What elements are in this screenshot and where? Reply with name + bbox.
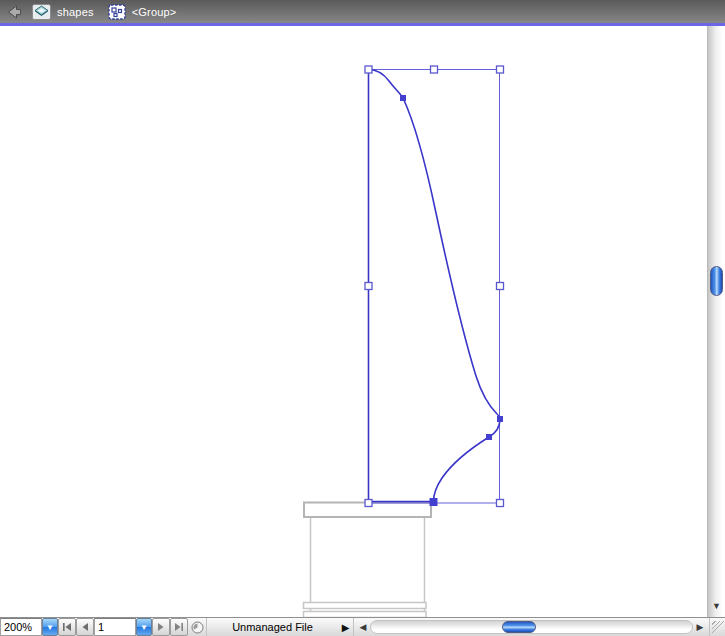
selection-bounding-box (369, 70, 500, 504)
first-page-button[interactable] (58, 618, 76, 636)
previous-page-icon (80, 622, 90, 632)
pedestal-artwork (304, 503, 432, 618)
next-page-button[interactable] (152, 618, 170, 636)
horizontal-scrollbar-thumb[interactable] (502, 621, 536, 633)
horizontal-scrollbar-track[interactable] (370, 620, 693, 634)
next-page-icon (156, 622, 166, 632)
selection-breadcrumb[interactable]: <Group> (132, 6, 177, 18)
horizontal-scrollbar[interactable]: ◀ ▶ (354, 618, 709, 636)
history-clock-icon[interactable] (188, 618, 206, 636)
document-icon[interactable] (32, 4, 51, 20)
page-dropdown-button[interactable]: ▼ (136, 618, 152, 636)
file-status-label: Unmanaged File (206, 618, 338, 636)
scroll-down-icon[interactable]: ▼ (708, 602, 725, 611)
status-menu-arrow[interactable]: ▶ (338, 618, 354, 636)
previous-page-button[interactable] (76, 618, 94, 636)
artwork-layer (0, 26, 707, 617)
drawing-canvas[interactable] (0, 26, 707, 617)
vertical-scrollbar-thumb[interactable] (710, 266, 723, 296)
bezier-shape-path (369, 70, 501, 502)
zoom-input[interactable] (0, 618, 42, 636)
back-arrow-icon[interactable] (6, 5, 22, 19)
page-number-input[interactable] (94, 618, 136, 636)
scroll-right-icon[interactable]: ▶ (693, 622, 707, 632)
scroll-left-icon[interactable]: ◀ (356, 622, 370, 632)
first-page-icon (62, 622, 72, 632)
status-bar: ▼ ▼ Unmanaged File ▶ ◀ (0, 617, 725, 636)
group-icon (108, 4, 126, 20)
last-page-button[interactable] (170, 618, 188, 636)
dropdown-arrow-icon: ▼ (46, 623, 54, 632)
header-bar: shapes <Group> (0, 0, 725, 23)
last-page-icon (174, 622, 184, 632)
resize-grip[interactable] (709, 618, 725, 636)
zoom-dropdown-button[interactable]: ▼ (42, 618, 58, 636)
document-title[interactable]: shapes (57, 6, 94, 18)
vertical-scrollbar[interactable]: ▼ (707, 26, 725, 617)
dropdown-arrow-icon: ▼ (140, 623, 148, 632)
anchor-points (400, 95, 503, 506)
